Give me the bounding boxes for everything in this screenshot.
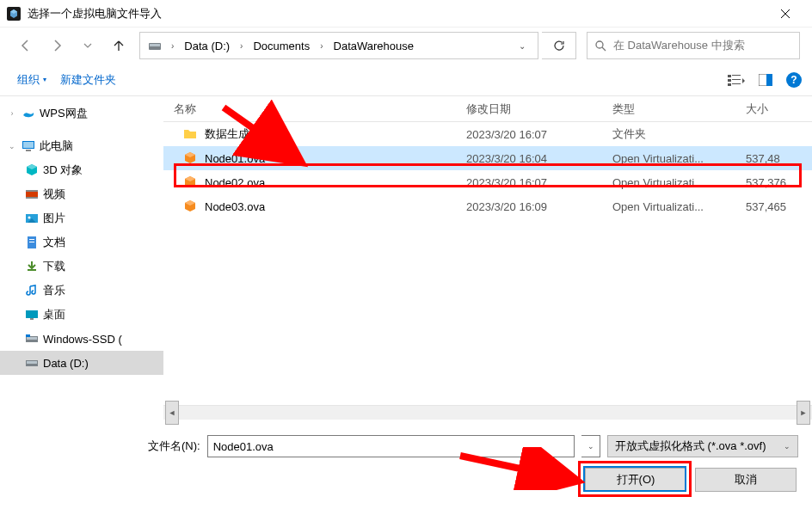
file-row-node01[interactable]: Node01.ova 2023/3/20 16:04 Open Virtuali… <box>163 146 812 170</box>
sidebar: › WPS网盘 ⌄ 此电脑 3D 对象 视频 图片 文档 下载 <box>0 96 163 420</box>
3d-icon <box>24 163 40 178</box>
svg-rect-7 <box>728 83 731 86</box>
sort-indicator-icon: ︿ <box>482 100 489 109</box>
refresh-button[interactable] <box>542 32 576 59</box>
wps-icon <box>21 106 36 121</box>
sidebar-item-music[interactable]: 音乐 <box>0 279 163 303</box>
filetype-select[interactable]: 开放式虚拟化格式 (*.ova *.ovf)⌄ <box>607 435 798 457</box>
music-icon <box>24 283 40 298</box>
back-button[interactable] <box>12 32 40 59</box>
chevron-right-icon[interactable]: › <box>235 41 248 51</box>
downloads-icon <box>24 259 40 274</box>
file-list: 名称 ︿ 修改日期 类型 大小 数据生成脚本 2023/3/20 16:07 文… <box>163 96 812 420</box>
preview-pane-button[interactable] <box>757 71 774 89</box>
chevron-right-icon[interactable]: › <box>166 41 179 51</box>
col-header-type[interactable]: 类型 <box>602 101 735 117</box>
tree-label: 音乐 <box>43 283 65 298</box>
tree-label: WPS网盘 <box>40 106 88 121</box>
drive-icon <box>147 38 163 53</box>
sidebar-item-desktop[interactable]: 桌面 <box>0 303 163 327</box>
horizontal-scrollbar[interactable]: ◄ ► <box>163 405 812 420</box>
col-header-size[interactable]: 大小 <box>735 101 787 117</box>
file-row-node03[interactable]: Node03.ova 2023/3/20 16:09 Open Virtuali… <box>163 194 812 218</box>
search-placeholder: 在 DataWarehouse 中搜索 <box>613 38 745 53</box>
breadcrumb-dropdown[interactable]: ⌄ <box>510 41 534 51</box>
view-options-button[interactable] <box>728 71 745 89</box>
search-icon <box>594 40 606 52</box>
caret-down-icon[interactable]: ⌄ <box>7 142 17 150</box>
col-header-name[interactable]: 名称 <box>163 101 456 117</box>
help-button[interactable]: ? <box>786 72 802 88</box>
sidebar-item-this-pc[interactable]: ⌄ 此电脑 <box>0 134 163 158</box>
recent-dropdown[interactable] <box>74 32 102 59</box>
filename-row: 文件名(N): ⌄ 开放式虚拟化格式 (*.ova *.ovf)⌄ <box>14 435 798 457</box>
svg-rect-21 <box>29 242 34 242</box>
svg-rect-23 <box>30 318 34 320</box>
crumb-drive[interactable]: Data (D:) <box>179 40 235 52</box>
column-headers: 名称 ︿ 修改日期 类型 大小 <box>163 96 812 122</box>
svg-rect-8 <box>732 83 741 84</box>
cancel-button[interactable]: 取消 <box>695 468 797 492</box>
up-button[interactable] <box>105 32 132 59</box>
svg-rect-20 <box>29 239 34 240</box>
filename-input[interactable] <box>207 435 575 457</box>
svg-rect-26 <box>26 334 30 337</box>
ova-icon <box>182 199 198 214</box>
svg-rect-1 <box>150 44 160 46</box>
svg-rect-25 <box>27 337 37 340</box>
forward-button[interactable] <box>43 32 71 59</box>
video-icon <box>24 187 40 202</box>
file-row-folder[interactable]: 数据生成脚本 2023/3/20 16:07 文件夹 <box>163 122 812 146</box>
title-bar: 选择一个虚拟电脑文件导入 <box>0 0 812 28</box>
col-header-date[interactable]: 修改日期 <box>456 101 602 117</box>
sidebar-item-windows-ssd[interactable]: Windows-SSD ( <box>0 327 163 351</box>
sidebar-item-pictures[interactable]: 图片 <box>0 206 163 230</box>
organize-menu[interactable]: 组织▾ <box>10 69 53 91</box>
filename-dropdown[interactable]: ⌄ <box>581 435 600 457</box>
close-button[interactable] <box>766 0 805 28</box>
svg-rect-4 <box>732 75 741 76</box>
crumb-datawarehouse[interactable]: DataWarehouse <box>329 40 419 52</box>
chevron-right-icon[interactable]: › <box>315 41 328 51</box>
open-button[interactable]: 打开(O) <box>585 468 686 492</box>
tree-label: 文档 <box>43 235 65 250</box>
window-title: 选择一个虚拟电脑文件导入 <box>28 6 766 21</box>
tree-label: 3D 对象 <box>43 163 83 178</box>
svg-rect-15 <box>26 190 38 192</box>
scroll-right-icon[interactable]: ► <box>797 401 810 425</box>
sidebar-item-wps[interactable]: › WPS网盘 <box>0 101 163 126</box>
new-folder-button[interactable]: 新建文件夹 <box>53 69 123 91</box>
caret-icon[interactable]: › <box>7 109 17 118</box>
tree-label: 此电脑 <box>40 138 73 154</box>
search-input[interactable]: 在 DataWarehouse 中搜索 <box>587 32 800 59</box>
scroll-left-icon[interactable]: ◄ <box>165 401 179 425</box>
svg-rect-13 <box>26 150 31 151</box>
desktop-icon <box>24 307 40 322</box>
sidebar-item-3d[interactable]: 3D 对象 <box>0 158 163 182</box>
bottom-panel: 文件名(N): ⌄ 开放式虚拟化格式 (*.ova *.ovf)⌄ 打开(O) … <box>0 423 812 509</box>
svg-rect-10 <box>766 74 772 86</box>
file-row-node02[interactable]: Node02.ova 2023/3/20 16:07 Open Virtuali… <box>163 170 812 194</box>
breadcrumb-bar[interactable]: › Data (D:) › Documents › DataWarehouse … <box>139 32 538 59</box>
tree-label: 图片 <box>43 211 65 226</box>
sidebar-item-downloads[interactable]: 下载 <box>0 254 163 279</box>
svg-rect-3 <box>728 75 731 77</box>
sidebar-item-data-d[interactable]: Data (D:) <box>0 351 163 375</box>
svg-point-2 <box>596 41 603 48</box>
crumb-documents[interactable]: Documents <box>248 40 315 52</box>
drive-icon <box>24 331 40 346</box>
sidebar-item-videos[interactable]: 视频 <box>0 182 163 206</box>
svg-rect-6 <box>732 79 741 80</box>
filename-label: 文件名(N): <box>148 438 200 454</box>
main-area: › WPS网盘 ⌄ 此电脑 3D 对象 视频 图片 文档 下载 <box>0 96 812 420</box>
toolbar: 组织▾ 新建文件夹 ? <box>0 64 812 96</box>
svg-rect-5 <box>728 79 731 82</box>
sidebar-item-documents[interactable]: 文档 <box>0 230 163 254</box>
app-icon <box>7 7 21 21</box>
file-rows: 数据生成脚本 2023/3/20 16:07 文件夹 Node01.ova 20… <box>163 122 812 218</box>
button-row: 打开(O) 取消 <box>14 468 798 492</box>
svg-rect-22 <box>26 310 38 318</box>
documents-icon <box>24 235 40 250</box>
svg-rect-16 <box>26 197 38 199</box>
tree-label: 视频 <box>43 187 65 202</box>
